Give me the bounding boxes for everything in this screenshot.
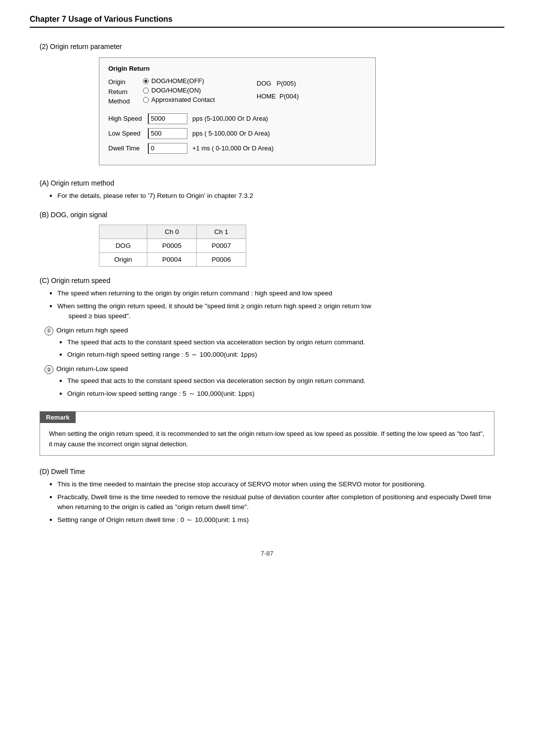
section-d-bullet3: • Setting range of Origin return dwell t… xyxy=(49,515,504,525)
section-d-title: (D) Dwell Time xyxy=(40,468,504,475)
origin-return-box: Origin Return Origin Return Method DOG/H… xyxy=(99,57,376,165)
bullet-dot: • xyxy=(49,515,57,525)
box-title: Origin Return xyxy=(108,65,366,72)
dwell-time-row: Dwell Time +1 ms ( 0-10,000 Or D Area) xyxy=(108,143,366,154)
high-speed-input[interactable] xyxy=(148,113,187,124)
page-footer: 7-87 xyxy=(30,550,504,557)
remark-content: When setting the origin return speed, it… xyxy=(40,423,494,456)
radio-circle-3[interactable] xyxy=(143,97,149,103)
origin-return-label: Origin Return Method xyxy=(108,77,143,106)
section-c-title: (C) Origin return speed xyxy=(40,277,504,284)
section-d-bullet1: • This is the time needed to maintain th… xyxy=(49,479,504,490)
bullet-dot: • xyxy=(59,350,67,360)
section-b-title: (B) DOG, origin signal xyxy=(40,211,504,219)
section-d-bullet2: • Practically, Dwell time is the time ne… xyxy=(49,492,504,513)
section-a-title: (A) Origin return method xyxy=(40,179,504,187)
chapter-title: Chapter 7 Usage of Various Functions xyxy=(30,15,173,23)
high-speed-row: High Speed pps (5-100,000 Or D Area) xyxy=(108,113,366,124)
bullet-dot: • xyxy=(49,301,57,312)
radio-circle-2[interactable] xyxy=(143,88,149,94)
dwell-time-input[interactable] xyxy=(148,143,187,154)
row-origin-ch0: P0004 xyxy=(147,253,197,267)
radio-approx-contact[interactable]: Approximated Contact xyxy=(143,96,242,103)
remark-header: Remark xyxy=(40,412,76,423)
low-speed-row: Low Speed pps ( 5-100,000 Or D Area) xyxy=(108,128,366,139)
item1-bullet1: • The speed that acts to the constant sp… xyxy=(59,337,504,348)
top-row: Origin Return Method DOG/HOME(OFF) DOG/H… xyxy=(108,77,366,106)
row-origin-ch1: P0006 xyxy=(197,253,246,267)
radio-dog-home-off[interactable]: DOG/HOME(OFF) xyxy=(143,77,242,85)
table-row: DOG P0005 P0007 xyxy=(99,239,246,253)
table-col-empty xyxy=(99,225,147,239)
section-c-bullet2: • When setting the origin return speed, … xyxy=(49,301,504,322)
dwell-time-label: Dwell Time xyxy=(108,144,148,152)
section-a-bullet1: • For the details, please refer to '7) R… xyxy=(49,191,504,201)
radio-group: DOG/HOME(OFF) DOG/HOME(ON) Approximated … xyxy=(143,77,242,103)
bullet-dot: • xyxy=(59,337,67,348)
signal-table: Ch 0 Ch 1 DOG P0005 P0007 Origin P0004 P… xyxy=(99,225,246,267)
remark-box: Remark When setting the origin return sp… xyxy=(40,411,494,456)
table-row: Origin P0004 P0006 xyxy=(99,253,246,267)
section-title: (2) Origin return parameter xyxy=(40,43,504,50)
radio-circle-1[interactable] xyxy=(143,78,149,84)
item1-bullet2: • Origin return-high speed setting range… xyxy=(59,350,504,360)
section-c-bullet1: • The speed when returning to the origin… xyxy=(49,288,504,299)
item2-bullet2: • Origin return-low speed setting range … xyxy=(59,389,504,399)
high-speed-unit: pps (5-100,000 Or D Area) xyxy=(192,115,268,122)
bullet-dot: • xyxy=(59,376,67,386)
numbered-item-1: ① Origin return high speed xyxy=(44,327,504,335)
numbered-item-2: ② Origin return-Low speed xyxy=(44,365,504,374)
dog-home-values: DOG P(005) HOME P(004) xyxy=(257,77,299,103)
row-dog-ch0: P0005 xyxy=(147,239,197,253)
table-col-ch1: Ch 1 xyxy=(197,225,246,239)
circle-num-1: ① xyxy=(44,327,53,335)
radio-dog-home-on[interactable]: DOG/HOME(ON) xyxy=(143,87,242,94)
table-col-ch0: Ch 0 xyxy=(147,225,197,239)
chapter-header: Chapter 7 Usage of Various Functions xyxy=(30,15,504,28)
bullet-dot: • xyxy=(49,288,57,299)
high-speed-label: High Speed xyxy=(108,115,148,122)
bullet-dot: • xyxy=(49,492,57,503)
low-speed-input[interactable] xyxy=(148,128,187,139)
low-speed-label: Low Speed xyxy=(108,130,148,137)
circle-num-2: ② xyxy=(44,365,53,374)
row-label-dog: DOG xyxy=(99,239,147,253)
row-dog-ch1: P0007 xyxy=(197,239,246,253)
dwell-time-unit: +1 ms ( 0-10,000 Or D Area) xyxy=(192,144,273,152)
row-label-origin: Origin xyxy=(99,253,147,267)
bullet-dot: • xyxy=(49,479,57,490)
bullet-dot: • xyxy=(59,389,67,399)
bullet-dot: • xyxy=(49,191,57,201)
low-speed-unit: pps ( 5-100,000 Or D Area) xyxy=(192,130,270,137)
item2-bullet1: • The speed that acts to the constant sp… xyxy=(59,376,504,386)
